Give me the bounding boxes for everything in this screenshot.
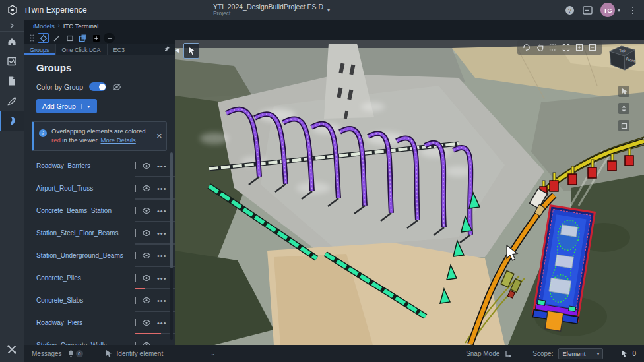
group-visibility-eye-icon[interactable] bbox=[142, 319, 151, 326]
group-row[interactable]: Roadway_Barriers ••• bbox=[32, 155, 167, 177]
group-visibility-eye-icon[interactable] bbox=[142, 185, 151, 192]
group-row[interactable]: Concrete_Slabs ••• bbox=[32, 289, 167, 312]
orange-entrance bbox=[545, 311, 564, 331]
group-more-menu-icon[interactable]: ••• bbox=[157, 277, 167, 280]
group-color-swatch[interactable] bbox=[135, 319, 136, 326]
group-color-swatch[interactable] bbox=[135, 297, 136, 304]
pin-panel-icon[interactable] bbox=[164, 45, 170, 53]
group-more-menu-icon[interactable]: ••• bbox=[157, 232, 167, 235]
elevation-arrows-icon[interactable] bbox=[618, 103, 629, 114]
group-color-swatch[interactable] bbox=[135, 252, 136, 259]
identify-caret-icon[interactable]: ⌄ bbox=[210, 351, 215, 357]
line-tool-button[interactable] bbox=[51, 33, 62, 43]
group-name[interactable]: Roadway_Barriers bbox=[36, 162, 90, 169]
tab-one-click-lca[interactable]: One Click LCA bbox=[56, 44, 108, 55]
more-menu-icon[interactable]: ⋮ bbox=[628, 5, 637, 15]
group-more-menu-icon[interactable]: ••• bbox=[157, 165, 167, 167]
group-visibility-eye-icon[interactable] bbox=[142, 274, 151, 282]
sidebar-item-home[interactable] bbox=[0, 32, 24, 51]
group-more-menu-icon[interactable]: ••• bbox=[157, 322, 167, 324]
group-visibility-eye-icon[interactable] bbox=[142, 252, 151, 259]
notifications-panel-icon[interactable] bbox=[583, 6, 593, 15]
navigation-cube[interactable]: Top Front bbox=[604, 42, 639, 74]
select-tool-button[interactable] bbox=[38, 33, 49, 43]
group-name[interactable]: Concrete_Slabs bbox=[36, 297, 83, 304]
layers-tool-button[interactable] bbox=[77, 33, 88, 43]
group-color-swatch[interactable] bbox=[135, 185, 136, 192]
add-element-button[interactable] bbox=[90, 33, 102, 43]
group-color-swatch[interactable] bbox=[135, 229, 136, 237]
cube-top-label: Top bbox=[619, 49, 626, 53]
snap-mode-icon[interactable] bbox=[505, 350, 513, 357]
group-color-swatch[interactable] bbox=[135, 162, 136, 169]
group-name[interactable]: Airport_Roof_Truss bbox=[36, 185, 93, 192]
section-box-icon[interactable] bbox=[618, 120, 629, 131]
pan-hand-icon[interactable] bbox=[534, 42, 545, 53]
group-name[interactable]: Station_Steel_Floor_Beams bbox=[36, 229, 119, 237]
3d-viewport[interactable]: ◄ Top Front bbox=[175, 32, 644, 345]
group-row[interactable]: Station_Steel_Floor_Beams ••• bbox=[32, 222, 167, 245]
group-row[interactable]: Airport_Roof_Truss ••• bbox=[32, 177, 167, 200]
avatar[interactable]: TG bbox=[600, 3, 615, 17]
sidebar-item-map-validation[interactable] bbox=[0, 51, 24, 71]
sidebar-item-documents[interactable] bbox=[0, 71, 24, 91]
viewer-side-tools bbox=[618, 86, 629, 131]
panel-title: Groups bbox=[36, 62, 167, 73]
user-caret-icon: ▾ bbox=[618, 7, 620, 13]
group-row[interactable]: Concrete_Beams_Station ••• bbox=[32, 200, 167, 222]
group-visibility-eye-icon[interactable] bbox=[142, 229, 151, 237]
group-name[interactable]: Concrete_Beams_Station bbox=[36, 207, 112, 214]
add-group-button[interactable]: Add Group▼ bbox=[36, 99, 97, 113]
expand-sidebar-button[interactable] bbox=[0, 20, 24, 32]
sidebar-item-validation-tools[interactable] bbox=[0, 91, 24, 111]
user-menu[interactable]: TG ▾ bbox=[600, 3, 620, 17]
snap-mode-label[interactable]: Snap Mode bbox=[466, 350, 499, 357]
group-name[interactable]: Station_Underground_Beams bbox=[36, 252, 123, 259]
hide-colors-icon[interactable] bbox=[112, 83, 121, 91]
itwin-logo-icon[interactable] bbox=[0, 5, 25, 15]
group-color-swatch[interactable] bbox=[135, 207, 136, 214]
group-row[interactable]: Concrete_Piles ••• bbox=[32, 267, 167, 289]
window-select-icon[interactable] bbox=[548, 42, 558, 53]
messages-bell-icon[interactable]: 0 bbox=[67, 349, 83, 357]
remove-element-button[interactable] bbox=[104, 33, 115, 43]
sidebar-item-settings-tools[interactable] bbox=[0, 340, 24, 359]
identify-cursor-icon[interactable] bbox=[618, 86, 629, 97]
group-row[interactable]: Station_Underground_Beams ••• bbox=[32, 245, 167, 267]
group-name[interactable]: Concrete_Piles bbox=[36, 274, 81, 282]
group-name[interactable]: Roadway_Piers bbox=[36, 319, 82, 326]
group-visibility-eye-icon[interactable] bbox=[142, 207, 151, 214]
breadcrumb-imodels-link[interactable]: iModels bbox=[33, 22, 55, 30]
group-visibility-eye-icon[interactable] bbox=[142, 297, 151, 304]
drag-handle-icon[interactable] bbox=[28, 33, 36, 43]
selection-count: 0 bbox=[632, 350, 636, 357]
group-more-menu-icon[interactable]: ••• bbox=[157, 255, 167, 257]
group-more-menu-icon[interactable]: ••• bbox=[157, 299, 167, 302]
scope-value: Element bbox=[562, 350, 585, 357]
zoom-in-icon[interactable] bbox=[574, 42, 585, 53]
tab-groups[interactable]: Groups bbox=[24, 44, 56, 55]
identify-element-label[interactable]: Identify element bbox=[117, 350, 164, 357]
viewer-select-tool-button[interactable] bbox=[183, 43, 199, 59]
zoom-out-icon[interactable] bbox=[587, 42, 598, 53]
color-by-group-toggle[interactable] bbox=[89, 82, 106, 91]
tab-ec3[interactable]: EC3 bbox=[108, 44, 132, 55]
group-more-menu-icon[interactable]: ••• bbox=[157, 187, 167, 190]
rectangle-tool-button[interactable] bbox=[64, 33, 75, 43]
fit-view-icon[interactable] bbox=[561, 42, 571, 53]
banner-close-icon[interactable]: ✕ bbox=[156, 132, 162, 140]
scope-dropdown[interactable]: Element ▾ bbox=[558, 348, 603, 359]
orbit-icon[interactable] bbox=[521, 42, 532, 53]
messages-label[interactable]: Messages bbox=[32, 350, 62, 357]
panel-scrollbar[interactable] bbox=[170, 152, 173, 340]
help-icon[interactable]: ? bbox=[565, 5, 575, 15]
more-details-link[interactable]: More Details bbox=[100, 136, 135, 144]
project-type-label: Project bbox=[213, 11, 323, 16]
group-row[interactable]: Station_Concrete_Walls ••• bbox=[32, 334, 167, 346]
group-color-swatch[interactable] bbox=[135, 274, 136, 282]
sidebar-item-carbon-insights[interactable] bbox=[0, 111, 24, 131]
group-row[interactable]: Roadway_Piers ••• bbox=[32, 312, 167, 334]
group-visibility-eye-icon[interactable] bbox=[142, 162, 151, 169]
project-selector[interactable]: YTL 2024_DesignBuildProject ES D Project… bbox=[205, 3, 330, 16]
group-more-menu-icon[interactable]: ••• bbox=[157, 210, 167, 212]
